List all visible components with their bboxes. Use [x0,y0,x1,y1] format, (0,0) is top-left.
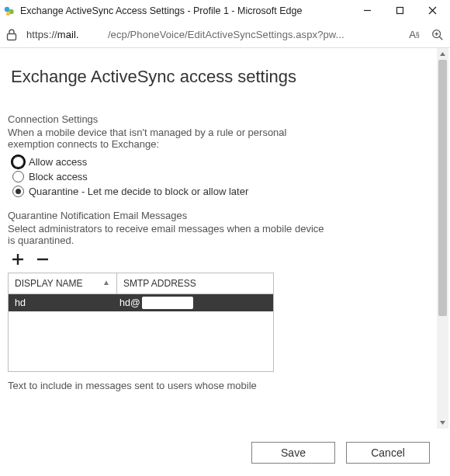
url-display[interactable]: https://mail. /ecp/PhoneVoice/EditActive… [26,29,399,40]
sort-asc-icon: ▲ [102,278,110,287]
dialog-button-bar: Save Cancel [0,429,450,475]
table-row[interactable]: hd hd@ [9,294,273,311]
connection-settings-label: Connection Settings [8,113,432,125]
connection-radio-group: Allow access Block access Quarantine - L… [12,155,432,199]
app-icon [3,5,16,17]
site-lock-icon[interactable] [5,28,19,42]
add-admin-button[interactable] [9,251,26,268]
url-path: /ecp/PhoneVoice/EditActiveSyncSettings.a… [79,29,344,40]
radio-allow-access[interactable]: Allow access [12,155,432,169]
radio-label: Allow access [29,156,87,168]
window-buttons [351,0,448,22]
radio-icon [12,156,24,168]
read-aloud-icon[interactable]: A§ [407,27,422,43]
minimize-button[interactable] [351,0,383,22]
quarantine-help: Select administrators to receive email m… [8,223,334,246]
zoom-in-icon[interactable] [430,27,445,43]
radio-icon [12,186,24,197]
page-title: Exchange ActiveSync access settings [11,67,432,87]
svg-point-2 [6,11,10,15]
admins-table-body[interactable]: hd hd@ [8,294,274,372]
radio-block-access[interactable]: Block access [12,169,432,184]
cell-smtp-address: hd@ [116,297,273,309]
address-bar: https://mail. /ecp/PhoneVoice/EditActive… [0,22,450,48]
maximize-button[interactable] [383,0,416,22]
col-label: SMTP ADDRESS [123,278,196,289]
connection-settings-help: When a mobile device that isn't managed … [8,127,334,150]
admins-list-toolbar [9,251,432,268]
svg-point-0 [5,6,9,11]
close-button[interactable] [416,0,448,22]
radio-quarantine[interactable]: Quarantine - Let me decide to block or a… [12,184,432,199]
col-display-name[interactable]: DISPLAY NAME ▲ [9,273,117,294]
svg-marker-16 [440,421,445,425]
cancel-button[interactable]: Cancel [346,442,430,464]
radio-label: Quarantine - Let me decide to block or a… [29,186,248,197]
col-smtp-address[interactable]: SMTP ADDRESS [117,273,274,294]
scrollbar-thumb[interactable] [438,60,447,316]
url-scheme: https:// [26,29,57,40]
cell-display-name: hd [9,297,116,308]
svg-line-9 [439,36,442,40]
page-content: Exchange ActiveSync access settings Conn… [0,48,437,429]
window-title: Exchange ActiveSync Access Settings - Pr… [20,5,351,16]
smtp-prefix: hd@ [119,297,140,308]
svg-rect-7 [8,33,16,40]
message-text-label: Text to include in messages sent to user… [8,380,432,391]
url-host: mail. [57,29,79,40]
redacted-text [142,297,193,309]
quarantine-label: Quarantine Notification Email Messages [8,210,432,221]
radio-label: Block access [29,171,88,182]
scroll-down-icon[interactable] [437,417,448,429]
col-label: DISPLAY NAME [15,278,83,289]
admins-table: DISPLAY NAME ▲ SMTP ADDRESS [8,273,274,294]
radio-icon [12,171,24,182]
scroll-up-icon[interactable] [437,48,448,60]
window-titlebar: Exchange ActiveSync Access Settings - Pr… [0,0,450,22]
vertical-scrollbar[interactable] [437,48,448,429]
save-button[interactable]: Save [251,442,335,464]
remove-admin-button[interactable] [34,251,51,268]
svg-marker-15 [440,52,445,56]
svg-rect-4 [396,8,403,14]
